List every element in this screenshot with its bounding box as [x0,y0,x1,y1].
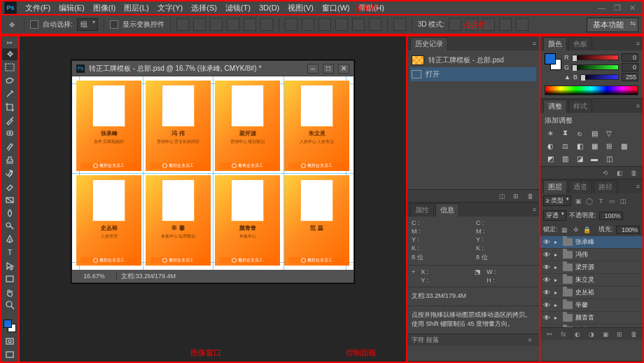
adj-balance-icon[interactable]: ⚖ [559,141,570,151]
distribute-button-3[interactable] [318,18,331,31]
screenmode-tool[interactable] [2,348,18,360]
panel-menu-icon[interactable]: ≡ [533,40,536,47]
window-minimize-button[interactable]: — [598,4,606,13]
char-para-tabs[interactable]: 字符 段落 [412,336,439,345]
swatches-tab[interactable]: 色板 [568,37,592,50]
menu-view[interactable]: 视图(V) [284,3,318,13]
stamp-tool[interactable] [2,154,18,166]
crop-tool[interactable] [2,101,18,113]
expand-arrow-icon[interactable]: ▸ [554,315,560,321]
layer-row[interactable]: 👁▸朱立灵 [540,274,643,287]
lock-pos-icon[interactable]: ✜ [572,226,580,234]
new-group-icon[interactable]: ▣ [601,330,610,338]
panel-menu-icon[interactable]: ≡ [636,102,640,109]
3d-button-1[interactable] [449,18,461,31]
adj-bw-icon[interactable]: ◧ [574,141,585,151]
panel-menu-icon[interactable]: ≡ [525,336,535,344]
layer-row[interactable]: 👁▸张承峰 [540,236,643,249]
adj-hue-icon[interactable]: ◐ [545,141,556,151]
3d-button-5[interactable] [516,18,528,31]
window-restore-button[interactable]: ❐ [614,4,621,13]
lasso-tool[interactable] [2,75,18,87]
opacity-field[interactable]: 100% [599,212,623,220]
window-close-button[interactable]: ✕ [629,4,636,13]
menu-window[interactable]: 窗口(W) [318,3,354,13]
visibility-eye-icon[interactable]: 👁 [543,289,552,296]
expand-arrow-icon[interactable]: ▸ [554,277,560,283]
wand-tool[interactable] [2,88,18,100]
history-step-open[interactable]: 打开 [410,67,536,81]
filter-smart-icon[interactable]: ◫ [619,197,627,205]
layer-row[interactable]: 👁▸辛馨 [540,299,643,312]
adj-mixer-icon[interactable]: ⊞ [603,141,615,151]
fill-field[interactable]: 100% [616,226,640,234]
visibility-eye-icon[interactable]: 👁 [543,251,552,259]
distribute-button-4[interactable] [335,18,348,31]
path-select-tool[interactable] [2,260,18,272]
distribute-button-2[interactable] [302,18,314,31]
dodge-tool[interactable] [2,220,18,232]
move-tool[interactable]: ✥ [2,48,18,60]
paths-tab[interactable]: 路径 [594,180,617,193]
expand-arrow-icon[interactable]: ▸ [554,239,560,245]
menu-type[interactable]: 文字(Y) [153,3,188,13]
menu-file[interactable]: 文件(F) [21,3,55,13]
adj-clip-icon[interactable]: ◧ [615,169,624,177]
lock-all-icon[interactable]: 🔒 [583,226,592,234]
history-new-snapshot-icon[interactable]: ◫ [497,192,507,200]
layers-tab[interactable]: 图层 [543,180,567,193]
link-layers-icon[interactable]: ⚯ [545,330,554,338]
hand-tool[interactable] [2,286,18,298]
doc-size-readout[interactable]: 文档:33.2M/179.4M [117,272,180,281]
align-button-6[interactable] [260,18,273,31]
adj-poster-icon[interactable]: ▥ [559,153,570,163]
eraser-tool[interactable] [2,180,18,192]
visibility-eye-icon[interactable]: 👁 [543,276,552,284]
history-delete-icon[interactable]: 🗑 [525,192,535,200]
3d-button-4[interactable] [499,18,512,31]
zoom-readout[interactable]: 16.67% [72,273,117,280]
auto-select-checkbox[interactable] [30,20,38,29]
adj-brightness-icon[interactable]: ☀ [545,128,556,138]
g-slider[interactable] [572,64,619,70]
layer-row[interactable]: 👁▸冯伟 [540,249,643,261]
align-button-2[interactable] [193,18,206,31]
menu-select[interactable]: 选择(S) [187,3,221,13]
channels-tab[interactable]: 通道 [568,180,592,193]
auto-select-dropdown[interactable]: 组 [77,18,98,31]
blend-mode-dropdown[interactable]: 穿透 [543,210,566,221]
b-slider[interactable] [580,74,619,80]
filter-shape-icon[interactable]: ▭ [608,197,616,205]
adj-invert-icon[interactable]: ◩ [545,153,556,163]
gradient-tool[interactable] [2,193,18,205]
distribute-button-6[interactable] [369,18,382,31]
menu-3d[interactable]: 3D(D) [255,4,284,12]
adj-curves-icon[interactable]: ⎋ [574,128,585,138]
new-layer-icon[interactable]: ⊞ [615,330,624,338]
filter-adj-icon[interactable]: ◯ [585,197,594,205]
type-tool[interactable]: T [2,247,18,259]
healing-tool[interactable] [2,128,18,139]
expand-arrow-icon[interactable]: ▸ [554,252,560,258]
new-fill-icon[interactable]: ◑ [587,330,596,338]
info-tab[interactable]: 信息 [435,203,459,217]
adj-photo-icon[interactable]: ▦ [589,141,600,151]
zoom-tool[interactable] [2,299,18,311]
styles-tab[interactable]: 样式 [568,100,592,113]
history-tab[interactable]: 历史记录 [410,37,448,50]
panel-menu-icon[interactable]: ≡ [636,183,640,190]
toolbar-collapse-icon[interactable]: ▸▸ [7,39,13,46]
distribute-button-1[interactable] [285,18,298,31]
doc-minimize-button[interactable]: – [307,64,318,74]
menu-filter[interactable]: 滤镜(T) [221,3,255,13]
pen-tool[interactable] [2,233,18,245]
workspace-dropdown[interactable]: 基本功能 [587,18,638,32]
menu-layer[interactable]: 图层(L) [120,3,153,13]
history-brush-tool[interactable] [2,167,18,179]
menu-edit[interactable]: 编辑(E) [55,3,89,13]
g-value[interactable]: 0 [622,63,638,71]
layer-row[interactable]: 👁▸史丛裕 [540,287,643,299]
history-new-doc-icon[interactable]: ⊞ [511,192,521,200]
align-button-3[interactable] [210,18,223,31]
history-snapshot[interactable]: 转正工牌模板 - 总部.psd [410,53,536,67]
